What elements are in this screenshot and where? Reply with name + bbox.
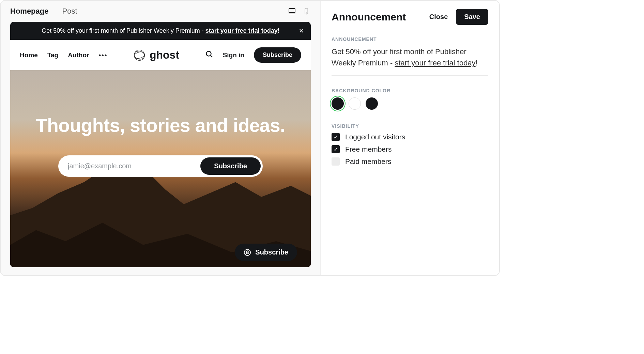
visibility-logged-out[interactable]: ✓ Logged out visitors — [332, 133, 488, 141]
section-label-visibility: VISIBILITY — [332, 123, 488, 129]
svg-point-3 — [134, 50, 145, 60]
svg-rect-0 — [289, 9, 295, 13]
bg-swatch-accent[interactable] — [332, 97, 344, 110]
site-logo[interactable]: ghost — [133, 49, 179, 61]
svg-point-8 — [244, 249, 250, 255]
panel-title: Announcement — [332, 11, 406, 23]
checkbox-icon: ✓ — [332, 145, 340, 153]
visibility-label: Logged out visitors — [345, 133, 405, 141]
subscribe-submit-button[interactable]: Subscribe — [200, 157, 261, 175]
bg-swatch-dark[interactable] — [366, 97, 378, 110]
tab-homepage[interactable]: Homepage — [10, 7, 48, 16]
section-label-announcement: ANNOUNCEMENT — [332, 36, 488, 42]
desktop-icon[interactable] — [288, 7, 296, 16]
subscribe-button[interactable]: Subscribe — [254, 47, 301, 63]
signin-link[interactable]: Sign in — [223, 51, 244, 59]
floating-subscribe-button[interactable]: Subscribe — [235, 244, 297, 261]
close-icon[interactable]: ✕ — [299, 27, 304, 35]
hero-section: Thoughts, stories and ideas. Subscribe S… — [10, 70, 311, 267]
close-button[interactable]: Close — [429, 13, 448, 21]
user-icon — [244, 249, 251, 256]
nav-home[interactable]: Home — [20, 51, 38, 59]
nav-author[interactable]: Author — [68, 51, 89, 59]
visibility-label: Paid members — [345, 157, 391, 166]
announcement-text: Get 50% off your first month of Publishe… — [42, 27, 205, 34]
visibility-label: Free members — [345, 145, 392, 153]
announcement-editor[interactable]: Get 50% off your first month of Publishe… — [332, 46, 488, 76]
bg-swatch-light[interactable] — [349, 97, 361, 110]
tab-post[interactable]: Post — [62, 7, 77, 16]
hero-headline: Thoughts, stories and ideas. — [36, 114, 285, 136]
site-preview: Get 50% off your first month of Publishe… — [10, 22, 311, 267]
svg-point-6 — [206, 51, 211, 56]
checkbox-icon: ✓ — [332, 133, 340, 141]
subscribe-form: Subscribe — [58, 155, 263, 177]
email-input[interactable] — [60, 157, 200, 175]
visibility-paid-members[interactable]: Paid members — [332, 157, 488, 166]
announcement-link[interactable]: start your free trial today — [205, 27, 278, 34]
announcement-bar: Get 50% off your first month of Publishe… — [10, 22, 311, 40]
svg-point-9 — [246, 251, 248, 253]
mobile-icon[interactable] — [302, 7, 311, 16]
section-label-bg: BACKGROUND COLOR — [332, 88, 488, 93]
svg-point-2 — [306, 13, 307, 13]
nav-tag[interactable]: Tag — [47, 51, 58, 59]
nav-more-icon[interactable]: ••• — [98, 51, 107, 59]
save-button[interactable]: Save — [456, 9, 488, 25]
checkbox-icon — [332, 157, 340, 166]
visibility-free-members[interactable]: ✓ Free members — [332, 145, 488, 153]
search-icon[interactable] — [205, 50, 213, 60]
brand-name: ghost — [150, 49, 179, 61]
announcement-editor-link[interactable]: start your free trial today — [395, 59, 475, 67]
